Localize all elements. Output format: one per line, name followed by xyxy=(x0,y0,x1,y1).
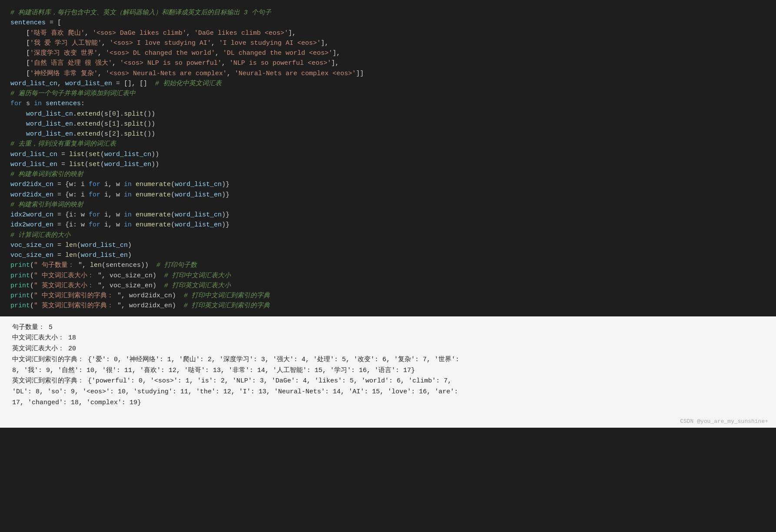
output-line-8: 17, 'changed': 18, 'complex': 19} xyxy=(12,398,766,409)
code-line-10: for s in sentences: xyxy=(10,99,766,109)
code-line-30: print(" 英文词汇到索引的字典： ", word2idx_en) # 打印… xyxy=(10,301,766,311)
watermark: CSDN @you_are_my_sunshine+ xyxy=(0,415,776,428)
code-line-3: ['哒哥 喜欢 爬山', '<sos> DaGe likes climb', '… xyxy=(10,28,766,38)
code-line-1: # 构建语料库，每行包含中文、英文（解码器输入）和翻译成英文后的目标输出 3 个… xyxy=(10,8,766,18)
code-line-20: # 构建索引到单词的映射 xyxy=(10,200,766,210)
code-line-5: ['深度学习 改变 世界', '<sos> DL changed the wor… xyxy=(10,48,766,58)
output-line-1: 句子数量： 5 xyxy=(12,323,766,333)
code-line-19: word2idx_en = {w: i for i, w in enumerat… xyxy=(10,190,766,200)
code-line-4: ['我 爱 学习 人工智能', '<sos> I love studying A… xyxy=(10,38,766,48)
output-block: 句子数量： 5 中文词汇表大小： 18 英文词汇表大小： 20 中文词汇到索引的… xyxy=(0,316,776,415)
code-line-11: word_list_cn.extend(s[0].split()) xyxy=(10,109,766,119)
output-line-7: 'DL': 8, 'so': 9, '<eos>': 10, 'studying… xyxy=(12,387,766,398)
output-line-6: 英文词汇到索引的字典： {'powerful': 0, '<sos>': 1, … xyxy=(12,376,766,387)
code-line-18: word2idx_cn = {w: i for i, w in enumerat… xyxy=(10,180,766,190)
code-line-6: ['自然 语言 处理 很 强大', '<sos> NLP is so power… xyxy=(10,58,766,68)
code-line-9: # 遍历每一个句子并将单词添加到词汇表中 xyxy=(10,89,766,99)
output-line-3: 英文词汇表大小： 20 xyxy=(12,344,766,355)
code-line-24: voc_size_cn = len(word_list_cn) xyxy=(10,240,766,250)
output-line-5: 8, '我': 9, '自然': 10, '很': 11, '喜欢': 12, … xyxy=(12,366,766,376)
code-line-8: word_list_cn, word_list_en = [], [] # 初始… xyxy=(10,79,766,89)
output-line-4: 中文词汇到索引的字典： {'爱': 0, '神经网络': 1, '爬山': 2,… xyxy=(12,355,766,366)
code-line-21: idx2word_cn = {i: w for i, w in enumerat… xyxy=(10,210,766,220)
code-line-15: word_list_cn = list(set(word_list_cn)) xyxy=(10,150,766,160)
code-line-22: idx2word_en = {i: w for i, w in enumerat… xyxy=(10,220,766,230)
code-line-17: # 构建单词到索引的映射 xyxy=(10,170,766,180)
code-line-29: print(" 中文词汇到索引的字典： ", word2idx_cn) # 打印… xyxy=(10,291,766,301)
code-editor: # 构建语料库，每行包含中文、英文（解码器输入）和翻译成英文后的目标输出 3 个… xyxy=(0,0,776,316)
code-line-13: word_list_en.extend(s[2].split()) xyxy=(10,129,766,139)
output-line-2: 中文词汇表大小： 18 xyxy=(12,333,766,344)
code-line-2: sentences = [ xyxy=(10,18,766,28)
code-line-26: print(" 句子数量： ", len(sentences)) # 打印句子数 xyxy=(10,260,766,270)
code-line-25: voc_size_en = len(word_list_en) xyxy=(10,250,766,260)
code-line-16: word_list_en = list(set(word_list_en)) xyxy=(10,160,766,170)
code-line-27: print(" 中文词汇表大小： ", voc_size_cn) # 打印中文词… xyxy=(10,271,766,281)
code-line-28: print(" 英文词汇表大小： ", voc_size_en) # 打印英文词… xyxy=(10,281,766,291)
code-line-12: word_list_en.extend(s[1].split()) xyxy=(10,119,766,129)
code-line-7: ['神经网络 非常 复杂', '<sos> Neural-Nets are co… xyxy=(10,69,766,79)
code-line-23: # 计算词汇表的大小 xyxy=(10,230,766,240)
code-line-14: # 去重，得到没有重复单词的词汇表 xyxy=(10,139,766,149)
